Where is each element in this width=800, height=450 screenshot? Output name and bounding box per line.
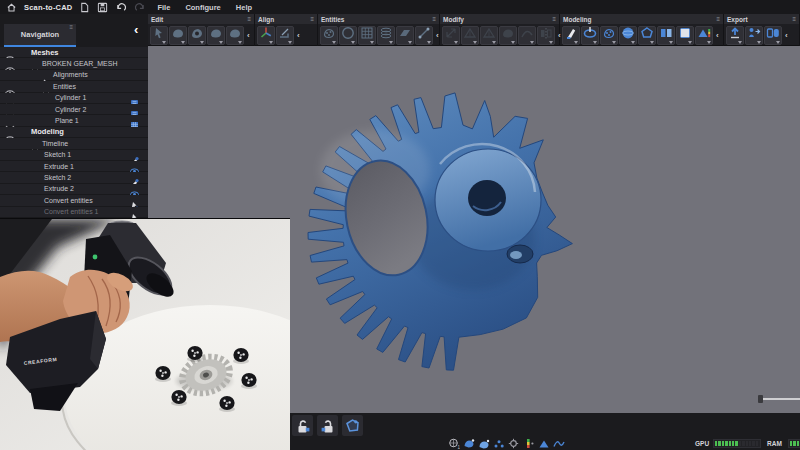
mirror-button[interactable] <box>537 26 555 45</box>
section-menu-icon[interactable]: ≡ <box>310 16 314 22</box>
tab-navigation[interactable]: Navigation ≡ <box>4 24 76 45</box>
sphere-button[interactable] <box>619 26 637 45</box>
unlock-a-button[interactable] <box>292 415 313 436</box>
solid-wedge-icon[interactable] <box>538 438 550 449</box>
tab-menu-icon[interactable]: ≡ <box>69 24 73 30</box>
dropdown-caret-icon[interactable] <box>688 41 692 44</box>
surface-fit-icon[interactable] <box>463 438 475 449</box>
dropdown-caret-icon[interactable] <box>200 41 204 44</box>
save-icon[interactable] <box>97 2 108 13</box>
tree-row-convert-entities-1[interactable]: Convert entities 1 <box>0 207 148 218</box>
dropdown-caret-icon[interactable] <box>631 41 635 44</box>
dropdown-caret-icon[interactable] <box>776 41 780 44</box>
section-menu-icon[interactable]: ≡ <box>247 16 251 22</box>
section-collapse-icon[interactable]: ‹ <box>297 31 300 40</box>
dropdown-caret-icon[interactable] <box>288 41 292 44</box>
section-menu-icon[interactable]: ≡ <box>552 16 556 22</box>
dropdown-caret-icon[interactable] <box>757 41 761 44</box>
sculpt-button[interactable] <box>226 26 244 45</box>
triangle-a-button[interactable] <box>461 26 479 45</box>
plane-tool-button[interactable] <box>676 26 694 45</box>
tree-row-cylinder-2[interactable]: Cylinder 2 <box>0 104 148 115</box>
smooth-button[interactable] <box>499 26 517 45</box>
split-button[interactable] <box>657 26 675 45</box>
defeature-button[interactable] <box>207 26 225 45</box>
dropdown-caret-icon[interactable] <box>473 41 477 44</box>
contour-button[interactable] <box>638 26 656 45</box>
dropdown-caret-icon[interactable] <box>332 41 336 44</box>
new-document-icon[interactable] <box>79 2 90 13</box>
section-collapse-icon[interactable]: ‹ <box>436 31 439 40</box>
dropdown-caret-icon[interactable] <box>492 41 496 44</box>
target-gear-icon[interactable] <box>508 438 520 449</box>
revolve-button[interactable] <box>581 26 599 45</box>
collapse-panel-icon[interactable]: ‹ <box>134 22 138 37</box>
fill-holes-button[interactable] <box>188 26 206 45</box>
compare-button[interactable] <box>695 26 713 45</box>
tree-row-convert-entities[interactable]: Convert entities <box>0 195 148 206</box>
dropdown-caret-icon[interactable] <box>511 41 515 44</box>
dropdown-caret-icon[interactable] <box>738 41 742 44</box>
tree-row-modeling[interactable]: Modeling <box>0 127 148 138</box>
tree-row-sketch-2[interactable]: Sketch 2 <box>0 172 148 183</box>
dropdown-caret-icon[interactable] <box>370 41 374 44</box>
tree-row-meshes[interactable]: Meshes <box>0 47 148 58</box>
dropdown-caret-icon[interactable] <box>427 41 431 44</box>
line-entity-button[interactable] <box>415 26 433 45</box>
section-collapse-icon[interactable]: ‹ <box>716 31 719 40</box>
circle-entity-button[interactable] <box>339 26 357 45</box>
dropdown-caret-icon[interactable] <box>707 41 711 44</box>
home-icon[interactable] <box>6 2 17 13</box>
point-entity-button[interactable] <box>320 26 338 45</box>
scale-button[interactable] <box>442 26 460 45</box>
axes-align-button[interactable] <box>257 26 275 45</box>
plane-align-button[interactable] <box>276 26 294 45</box>
section-collapse-icon[interactable]: ‹ <box>247 31 250 40</box>
unlock-b-button[interactable] <box>317 415 338 436</box>
menu-configure[interactable]: Configure <box>181 3 224 12</box>
tree-row-cylinder-1[interactable]: Cylinder 1 <box>0 93 148 104</box>
tree-row-extrude-2[interactable]: Extrude 2 <box>0 184 148 195</box>
transfer-button[interactable] <box>745 26 763 45</box>
dropdown-caret-icon[interactable] <box>612 41 616 44</box>
capture-shape-button[interactable] <box>342 415 363 436</box>
tree-row-plane-1[interactable]: Plane 1 <box>0 115 148 126</box>
spray-points-button[interactable] <box>600 26 618 45</box>
mesh-points-icon[interactable] <box>493 438 505 449</box>
dropdown-caret-icon[interactable] <box>593 41 597 44</box>
dropdown-caret-icon[interactable] <box>574 41 578 44</box>
dropdown-caret-icon[interactable] <box>389 41 393 44</box>
dropdown-caret-icon[interactable] <box>219 41 223 44</box>
undo-icon[interactable] <box>115 2 127 13</box>
triangle-b-button[interactable] <box>480 26 498 45</box>
dropdown-caret-icon[interactable] <box>238 41 242 44</box>
tree-row-entities[interactable]: Entities <box>0 81 148 92</box>
dropdown-caret-icon[interactable] <box>530 41 534 44</box>
tree-row-broken-gear-mesh[interactable]: BROKEN GEAR_MESH <box>0 58 148 69</box>
menu-help[interactable]: Help <box>232 3 256 12</box>
tree-row-extrude-1[interactable]: Extrude 1 <box>0 161 148 172</box>
export-up-button[interactable] <box>726 26 744 45</box>
dropdown-caret-icon[interactable] <box>549 41 553 44</box>
dropdown-caret-icon[interactable] <box>162 41 166 44</box>
export-file-button[interactable] <box>764 26 782 45</box>
section-menu-icon[interactable]: ≡ <box>716 16 720 22</box>
dropdown-caret-icon[interactable] <box>650 41 654 44</box>
menu-file[interactable]: File <box>153 3 174 12</box>
curve-button[interactable] <box>518 26 536 45</box>
plane-entity-button[interactable] <box>396 26 414 45</box>
dropdown-caret-icon[interactable] <box>669 41 673 44</box>
select-button[interactable] <box>150 26 168 45</box>
tree-row-sketch-1[interactable]: Sketch 1 <box>0 150 148 161</box>
redo-icon[interactable] <box>134 2 146 13</box>
sphere-axis-icon[interactable]: 1 <box>448 438 460 449</box>
dropdown-caret-icon[interactable] <box>181 41 185 44</box>
deviation-colorbar-icon[interactable] <box>523 438 535 449</box>
tree-row-timeline[interactable]: Timeline <box>0 138 148 149</box>
grid-entity-button[interactable] <box>358 26 376 45</box>
section-menu-icon[interactable]: ≡ <box>432 16 436 22</box>
clean-mesh-button[interactable] <box>169 26 187 45</box>
section-menu-icon[interactable]: ≡ <box>792 16 796 22</box>
sketch-tool-button[interactable] <box>562 26 580 45</box>
dropdown-caret-icon[interactable] <box>454 41 458 44</box>
